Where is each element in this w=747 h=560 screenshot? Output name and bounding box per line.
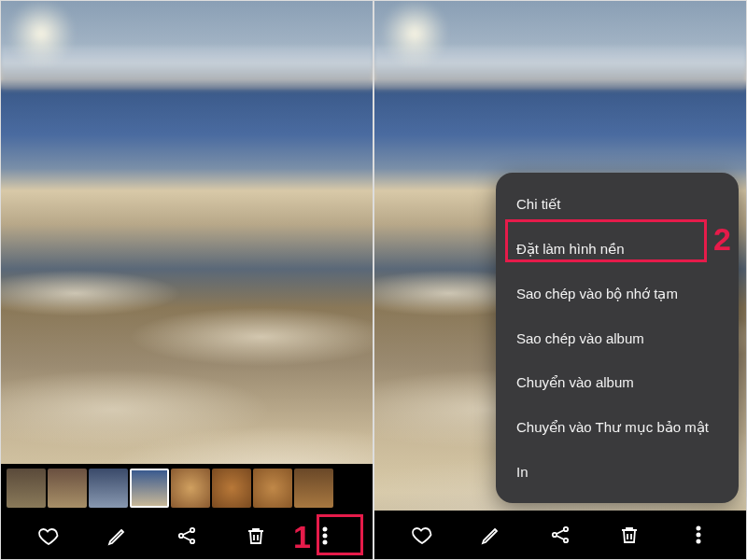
heart-icon (37, 525, 60, 547)
svg-point-5 (323, 540, 326, 543)
delete-button[interactable] (235, 515, 276, 556)
menu-item-move-album[interactable]: Chuyển vào album (496, 360, 739, 405)
menu-item-copy-album[interactable]: Sao chép vào album (496, 316, 739, 360)
thumbnail[interactable] (253, 469, 292, 508)
more-button[interactable] (678, 514, 719, 555)
svg-point-8 (564, 539, 568, 542)
bottom-bar (374, 511, 746, 559)
svg-point-9 (697, 526, 699, 529)
screen-right: Chi tiết Đặt làm hình nền Sao chép vào b… (374, 0, 747, 560)
share-icon (176, 525, 198, 547)
delete-button[interactable] (609, 514, 650, 555)
heart-icon (411, 524, 433, 546)
edit-button[interactable] (97, 515, 138, 556)
thumbnail[interactable] (294, 469, 333, 508)
svg-point-0 (179, 534, 183, 538)
pencil-icon (480, 524, 502, 546)
favorite-button[interactable] (402, 514, 443, 555)
svg-point-10 (697, 533, 699, 536)
menu-item-set-wallpaper[interactable]: Đặt làm hình nền (496, 227, 739, 272)
svg-point-7 (564, 527, 568, 531)
svg-point-11 (697, 539, 699, 542)
thumbnail[interactable] (171, 469, 210, 508)
menu-item-print[interactable]: In (496, 450, 739, 494)
more-vertical-icon (314, 525, 336, 547)
step-number-1: 1 (293, 519, 311, 555)
svg-point-4 (323, 534, 326, 537)
step-number-2: 2 (713, 221, 731, 258)
bottom-bar (1, 464, 373, 559)
share-button[interactable] (166, 515, 207, 556)
trash-icon (245, 525, 267, 547)
more-vertical-icon (687, 524, 710, 546)
svg-point-6 (553, 533, 557, 537)
trash-icon (618, 524, 641, 546)
pencil-icon (106, 525, 129, 547)
action-bar (374, 511, 746, 559)
edit-button[interactable] (471, 514, 512, 555)
thumbnail-selected[interactable] (130, 469, 169, 508)
thumbnail-strip[interactable] (1, 464, 373, 512)
thumbnail[interactable] (48, 469, 87, 508)
screen-left: 1 (0, 0, 374, 560)
menu-item-details[interactable]: Chi tiết (496, 182, 739, 227)
thumbnail[interactable] (212, 469, 251, 508)
share-button[interactable] (540, 514, 581, 555)
svg-point-1 (190, 528, 194, 532)
svg-point-2 (190, 539, 194, 543)
menu-item-copy-clipboard[interactable]: Sao chép vào bộ nhớ tạm (496, 272, 739, 316)
thumbnail[interactable] (89, 469, 128, 508)
thumbnail[interactable] (7, 469, 46, 508)
favorite-button[interactable] (28, 515, 69, 556)
share-icon (549, 524, 571, 546)
more-menu-popup: Chi tiết Đặt làm hình nền Sao chép vào b… (496, 173, 739, 503)
svg-point-3 (323, 527, 326, 530)
action-bar (1, 512, 373, 559)
menu-item-move-secure[interactable]: Chuyển vào Thư mục bảo mật (496, 405, 739, 450)
